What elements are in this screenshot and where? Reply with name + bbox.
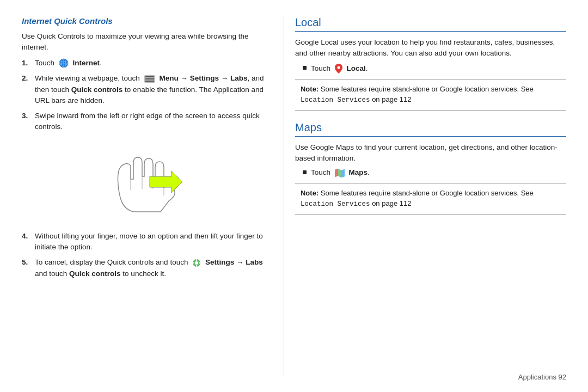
globe-icon (58, 58, 70, 69)
step-5: 5. To cancel, display the Quick controls… (22, 257, 267, 279)
maps-bullet-content: Touch Maps. (311, 168, 370, 177)
step-5-middle: and touch (35, 270, 69, 278)
local-note-box: Note: Some features require stand-alone … (295, 79, 566, 111)
steps-list: 1. Touch Internet. (22, 58, 267, 133)
local-note-text: Some features require stand-alone or Goo… (321, 85, 534, 93)
local-note-page: on page 112 (372, 95, 411, 103)
step-4-num: 4. (22, 231, 33, 242)
maps-bullet: Touch Maps. (303, 168, 566, 177)
maps-bullet-bold: Maps (349, 168, 368, 176)
svg-rect-5 (145, 76, 154, 77)
page-footer: Applications 92 (518, 373, 566, 381)
step-3-num: 3. (22, 111, 33, 121)
step-2-menu-bold: Menu (159, 74, 178, 82)
step-3-content: Swipe inward from the left or right edge… (35, 111, 267, 133)
svg-point-14 (195, 261, 198, 265)
svg-rect-17 (193, 262, 194, 264)
local-bullet-content: Touch Local. (311, 64, 368, 74)
step-3: 3. Swipe inward from the left or right e… (22, 111, 267, 133)
svg-rect-7 (145, 81, 154, 82)
maps-note-link: Location Services (301, 200, 370, 208)
local-bullet: Touch Local. (303, 64, 566, 74)
maps-title: Maps (295, 121, 566, 137)
step-2-num: 2. (22, 73, 33, 84)
step-4: 4. Without lifting your finger, move to … (22, 231, 267, 253)
left-intro: Use Quick Controls to maximize your view… (22, 31, 267, 53)
local-body: Google Local uses your location to help … (295, 37, 566, 59)
maps-note-box: Note: Some features require stand-alone … (295, 183, 566, 215)
step-2-arrow1: → (180, 74, 189, 82)
step-1-num: 1. (22, 58, 33, 69)
step-2-qc-bold: Quick controls (71, 85, 123, 94)
local-icon (334, 64, 344, 74)
local-title: Local (295, 16, 566, 32)
maps-section: Maps Use Google Maps to find your curren… (295, 121, 566, 215)
local-note-label: Note: (301, 85, 318, 93)
step-5-labs-bold: Labs (246, 258, 263, 266)
footer-page: 92 (559, 373, 566, 381)
step-5-arrow: → (236, 258, 246, 266)
step-5-content: To cancel, display the Quick controls an… (35, 257, 267, 279)
right-column: Local Google Local uses your location to… (284, 16, 566, 376)
step-5-qc-bold: Quick controls (69, 270, 121, 278)
svg-rect-18 (199, 262, 200, 264)
step-2-content: While viewing a webpage, touch Menu → Se… (35, 73, 267, 106)
svg-marker-12 (150, 171, 182, 193)
local-bullet-bold: Local (347, 64, 366, 72)
svg-rect-15 (196, 259, 197, 261)
footer-label: Applications (518, 373, 556, 381)
svg-marker-23 (341, 169, 345, 177)
svg-marker-21 (335, 169, 338, 177)
bullet-square-icon-2 (303, 170, 307, 174)
step-1-bold: Internet (73, 59, 100, 67)
step-5-num: 5. (22, 257, 33, 268)
svg-rect-16 (196, 265, 197, 267)
svg-point-19 (337, 66, 340, 69)
gesture-illustration (90, 141, 199, 223)
local-section: Local Google Local uses your location to… (295, 16, 566, 111)
local-note-link: Location Services (301, 96, 370, 104)
step-2-settings-bold: Settings (190, 74, 219, 82)
steps-list-2: 4. Without lifting your finger, move to … (22, 231, 267, 279)
step-1: 1. Touch Internet. (22, 58, 267, 69)
svg-rect-6 (145, 78, 154, 79)
maps-note-text: Some features require stand-alone or Goo… (321, 189, 534, 197)
settings-icon (191, 257, 202, 268)
left-section-title: Internet Quick Controls (22, 16, 267, 26)
maps-note-label: Note: (301, 189, 318, 197)
step-5-after: to uncheck it. (122, 270, 166, 278)
maps-note-page: on page 112 (372, 199, 411, 207)
left-column: Internet Quick Controls Use Quick Contro… (22, 16, 284, 376)
menu-icon (143, 73, 156, 84)
step-2: 2. While viewing a webpage, touch Menu →… (22, 73, 267, 106)
maps-body: Use Google Maps to find your current loc… (295, 142, 566, 164)
step-4-content: Without lifting your finger, move to an … (35, 231, 267, 253)
bullet-square-icon (303, 66, 307, 70)
step-1-content: Touch Internet. (35, 58, 102, 69)
maps-icon (334, 168, 346, 177)
step-5-settings-bold: Settings (205, 258, 234, 266)
